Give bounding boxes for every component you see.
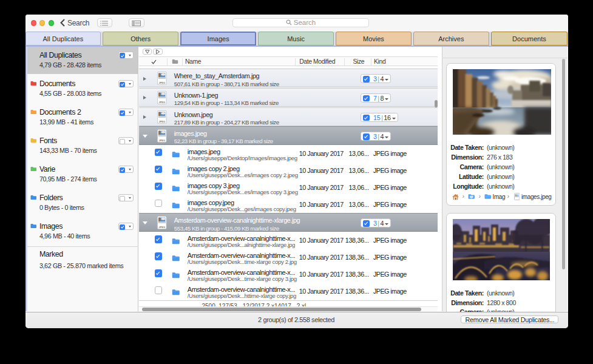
svg-text:JPEG: JPEG xyxy=(158,139,165,142)
svg-text:JPEG: JPEG xyxy=(158,81,165,84)
svg-text:JPEG: JPEG xyxy=(158,226,165,229)
svg-text:JPEG: JPEG xyxy=(158,120,165,123)
svg-text:JPEG: JPEG xyxy=(158,101,165,104)
